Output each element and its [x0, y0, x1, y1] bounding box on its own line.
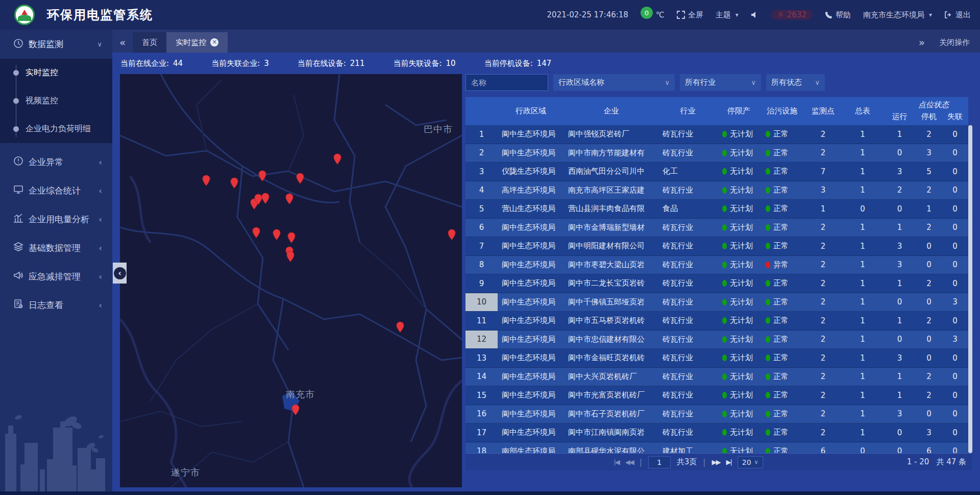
- row-stop-status: 无计划: [717, 274, 761, 293]
- last-page-button[interactable]: ▶|: [726, 458, 731, 466]
- next-page-button[interactable]: ▶▶: [712, 458, 720, 466]
- map-pin-icon[interactable]: [296, 173, 305, 186]
- page-number-input[interactable]: [648, 456, 671, 468]
- map-pin-icon[interactable]: [258, 170, 267, 184]
- table-row[interactable]: 2 阆中生态环境局 阆中市南方节能建材有 砖瓦行业 无计划 正常 2: [465, 144, 968, 163]
- table-row[interactable]: 7 阆中生态环境局 阆中明阳建材有限公司 砖瓦行业 无计划 正常 2: [465, 237, 968, 256]
- map-pin-icon[interactable]: [333, 153, 342, 167]
- tabs-scroll-right-button[interactable]: »: [912, 36, 932, 53]
- map-pin-icon[interactable]: [396, 321, 405, 335]
- map-pin-icon[interactable]: [202, 175, 211, 188]
- sidebar-item-emergency-reduction[interactable]: 应急减排管理 ‹: [0, 262, 112, 291]
- sidebar-group-data-monitoring[interactable]: 数据监测 ∨: [0, 30, 112, 59]
- status-dot-icon: [722, 280, 727, 287]
- table-row[interactable]: 10 阆中生态环境局 阆中千佛镇五郎垭页岩 砖瓦行业 无计划 正常 2: [465, 293, 968, 312]
- tab-home[interactable]: 首页: [133, 32, 166, 53]
- sidebar-item-electricity-analysis[interactable]: 企业用电量分析 ‹: [0, 205, 112, 233]
- table-header: 行政区域 企业 行业 停限产 治污设施 监测点 总表 运行 停机 失联 点位状态: [465, 97, 968, 125]
- submenu-item[interactable]: 视频监控: [0, 87, 112, 115]
- row-run-count: 0: [883, 442, 916, 454]
- region-select[interactable]: 行政区域名称∨: [553, 74, 675, 91]
- logout-button[interactable]: 退出: [944, 10, 971, 20]
- row-company: 阆中市石子页岩机砖厂: [564, 405, 658, 423]
- row-region: 阆中生态环境局: [498, 219, 564, 237]
- table-row[interactable]: 1 阆中生态环境局 阆中强锐页岩砖厂 砖瓦行业 无计划 正常 2: [465, 125, 968, 144]
- first-page-button[interactable]: |◀: [614, 458, 619, 466]
- row-stop-status: 无计划: [717, 442, 761, 454]
- sidebar-item-base-data[interactable]: 基础数据管理 ‹: [0, 233, 112, 262]
- row-lost-count: 0: [942, 368, 968, 386]
- name-search-input[interactable]: [465, 74, 548, 91]
- page-size-select[interactable]: 20∨: [738, 456, 763, 468]
- table-row[interactable]: 9 阆中生态环境局 阆中市二龙长宝页岩砖 砖瓦行业 无计划 正常 2: [465, 274, 968, 293]
- row-industry: 砖瓦行业: [658, 331, 717, 349]
- row-run-count: 3: [883, 256, 916, 274]
- col-run: 运行: [883, 97, 916, 125]
- row-halt-count: 2: [916, 125, 942, 144]
- sidebar-item-log-view[interactable]: 日志查看 ‹: [0, 291, 112, 319]
- mute-button[interactable]: [751, 11, 759, 18]
- map-pin-icon[interactable]: [447, 229, 457, 243]
- theme-dropdown[interactable]: 主题: [716, 10, 739, 20]
- speaker-icon: [751, 11, 759, 18]
- table-row[interactable]: 5 营山生态环境局 营山县润丰肉食品有限 食品 无计划 正常 1: [465, 200, 968, 219]
- submenu-item[interactable]: 实时监控: [0, 59, 112, 87]
- table-row[interactable]: 18 南部生态环境局 南部县砚华水泥有限公 建材加工 无计划 正常 6: [465, 442, 968, 454]
- table-row[interactable]: 17 阆中生态环境局 阆中市江南镇阆南页岩 砖瓦行业 无计划 正常 2: [465, 423, 968, 442]
- table-row[interactable]: 13 阆中生态环境局 阆中市金福旺页岩机砖 砖瓦行业 无计划 正常 2: [465, 349, 968, 368]
- status-select[interactable]: 所有状态∨: [766, 74, 825, 91]
- status-dot-icon: [766, 448, 770, 453]
- tab-close-icon[interactable]: ×: [210, 38, 218, 46]
- map-pin-icon[interactable]: [252, 227, 261, 241]
- map-city-label: 巴中市: [424, 123, 453, 135]
- row-lost-count: 3: [942, 293, 968, 312]
- row-run-count: 2: [883, 181, 916, 200]
- row-pollution-status: 正常: [761, 331, 804, 349]
- row-total-meter: 1: [842, 256, 883, 274]
- table-row[interactable]: 3 仪陇生态环境局 西南油气田分公司川中 化工 无计划 正常 7: [465, 162, 968, 181]
- submenu-item[interactable]: 企业电力负荷明细: [0, 115, 112, 143]
- sidebar-item-enterprise-abnormal[interactable]: 企业异常 ‹: [0, 148, 112, 176]
- table-row[interactable]: 6 阆中生态环境局 阆中市金博瑞新型墙材 砖瓦行业 无计划 正常 2: [465, 219, 968, 238]
- map-pin-icon[interactable]: [291, 404, 301, 418]
- fullscreen-button[interactable]: 全屏: [677, 10, 703, 20]
- row-industry: 砖瓦行业: [658, 219, 717, 237]
- user-menu[interactable]: 南充市生态环境局: [863, 10, 932, 20]
- tab-realtime-monitoring[interactable]: 实时监控 ×: [166, 32, 228, 53]
- row-industry: 砖瓦行业: [658, 349, 717, 367]
- row-run-count: 0: [883, 423, 916, 442]
- prev-page-button[interactable]: ◀◀: [625, 458, 633, 466]
- row-region: 阆中生态环境局: [498, 312, 564, 330]
- table-row[interactable]: 14 阆中生态环境局 阆中大兴页岩机砖厂 砖瓦行业 无计划 正常 2: [465, 368, 968, 387]
- row-run-count: 3: [883, 162, 916, 181]
- map-pin-icon[interactable]: [272, 229, 282, 243]
- map-pin-icon[interactable]: [286, 251, 296, 265]
- row-run-count: 0: [883, 293, 916, 312]
- map-collapse-handle[interactable]: ‹: [113, 263, 127, 284]
- table-scrollbar[interactable]: [968, 125, 972, 453]
- row-halt-count: 2: [916, 386, 942, 405]
- row-total-meter: 1: [842, 162, 883, 181]
- table-row[interactable]: 12 阆中生态环境局 阆中市忠信建材有限公 砖瓦行业 无计划 正常 2: [465, 331, 968, 349]
- table-body: 1 阆中生态环境局 阆中强锐页岩砖厂 砖瓦行业 无计划 正常 2: [465, 125, 968, 453]
- notification-badge[interactable]: 2632: [771, 10, 813, 20]
- bullet-icon: [13, 126, 19, 132]
- table-row[interactable]: 11 阆中生态环境局 阆中市五马桥页岩机砖 砖瓦行业 无计划 正常 2: [465, 312, 968, 331]
- table-row[interactable]: 15 阆中生态环境局 阆中市光富页岩机砖厂 砖瓦行业 无计划 正常 2: [465, 386, 968, 405]
- table-row[interactable]: 8 阆中生态环境局 阆中市枣碧大梁山页岩 砖瓦行业 无计划 异常 2: [465, 256, 968, 275]
- temperature: 0 ℃: [641, 10, 665, 19]
- row-run-count: 3: [883, 405, 916, 423]
- table-row[interactable]: 16 阆中生态环境局 阆中市石子页岩机砖厂 砖瓦行业 无计划 正常 2: [465, 405, 968, 424]
- row-stop-status: 无计划: [717, 423, 761, 442]
- map-pin-icon[interactable]: [230, 177, 239, 191]
- row-industry: 食品: [658, 200, 717, 218]
- table-row[interactable]: 4 高坪生态环境局 南充市高坪区王家店建 砖瓦行业 无计划 正常 3: [465, 181, 968, 200]
- help-button[interactable]: 帮助: [825, 10, 851, 20]
- sidebar-item-enterprise-statistics[interactable]: 企业综合统计 ‹: [0, 176, 112, 205]
- map-pin-icon[interactable]: [285, 193, 295, 207]
- close-operations-button[interactable]: 关闭操作: [939, 38, 980, 53]
- map-pin-icon[interactable]: [261, 193, 271, 206]
- tabs-scroll-left-button[interactable]: «: [112, 36, 133, 53]
- map-pin-icon[interactable]: [287, 232, 297, 246]
- industry-select[interactable]: 所有行业∨: [680, 74, 761, 91]
